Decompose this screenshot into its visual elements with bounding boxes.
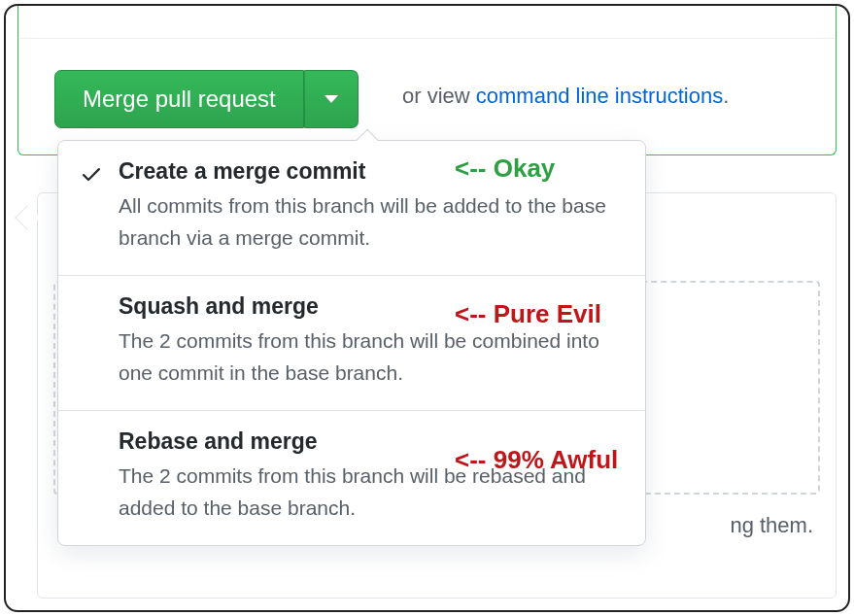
merge-dropdown-toggle[interactable] [304,70,359,128]
or-view-prefix: or view [402,84,476,108]
annotation-okay: <-- Okay [455,154,555,184]
annotation-99-awful: <-- 99% Awful [455,445,618,475]
merge-button-label: Merge pull request [83,86,276,113]
or-view-suffix: . [723,84,729,108]
background-text-fragment: ng them. [730,513,813,538]
merge-pull-request-button[interactable]: Merge pull request [54,70,304,128]
merge-option-squash-and-merge[interactable]: Squash and merge The 2 commits from this… [58,276,645,411]
annotation-pure-evil: <-- Pure Evil [455,299,601,329]
screenshot-frame: ng them. Merge pull request or view comm… [4,4,850,612]
merge-option-create-merge-commit[interactable]: Create a merge commit All commits from t… [58,141,645,276]
merge-option-rebase-and-merge[interactable]: Rebase and merge The 2 commits from this… [58,411,645,545]
merge-method-dropdown: Create a merge commit All commits from t… [57,140,646,546]
comment-pointer [15,205,39,229]
option-description: The 2 commits from this branch will be c… [119,325,624,389]
divider [19,38,835,39]
option-description: All commits from this branch will be add… [119,190,624,254]
check-icon [80,162,103,186]
or-view-text: or view command line instructions. [402,84,729,109]
chevron-down-icon [325,95,338,103]
command-line-instructions-link[interactable]: command line instructions [476,84,723,108]
merge-button-group: Merge pull request [54,70,359,128]
